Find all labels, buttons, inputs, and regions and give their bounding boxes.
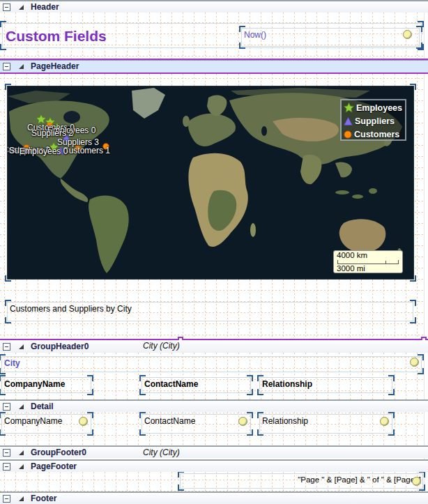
datetime-pageinfo-field[interactable]: Now() <box>241 28 420 47</box>
legend-item: Employees <box>344 101 405 114</box>
groupheader-band-content: City CompanyName ContactName Relationshi… <box>0 353 428 399</box>
detail-field-text: Relationship <box>260 415 392 426</box>
city-field-text: City <box>2 357 421 368</box>
collapse-icon[interactable] <box>3 403 10 411</box>
scale-bar-icon <box>337 260 399 264</box>
scale-km-label: 4000 km <box>337 251 399 260</box>
band-caption: GroupHeader0 <box>31 342 89 351</box>
detail-field-companyname[interactable]: CompanyName <box>1 414 91 434</box>
detail-field-text: CompanyName <box>2 415 91 426</box>
smart-tag-icon[interactable] <box>238 417 247 426</box>
legend-item: Suppliers <box>344 114 405 128</box>
band-group-field: City (City) <box>143 341 180 351</box>
column-header-text: ContactName <box>142 378 250 389</box>
band-arrow-icon <box>19 496 24 501</box>
city-field[interactable]: City <box>1 356 422 372</box>
band-arrow-icon <box>19 5 24 10</box>
smart-tag-icon[interactable] <box>79 417 88 426</box>
subtitle-text: Customers and Suppliers by City <box>8 303 413 314</box>
detail-band-content: CompanyName ContactName Relationship <box>0 412 428 445</box>
pageheader-band-content: Customers 0Employees 0Suppliers 2Supplie… <box>0 74 428 339</box>
column-header-contactname[interactable]: ContactName <box>142 377 251 393</box>
band-bar-header[interactable]: Header <box>0 0 428 13</box>
band-arrow-icon <box>19 450 24 455</box>
detail-field-text: ContactName <box>142 415 250 426</box>
band-caption: Footer <box>31 494 56 503</box>
column-header-relationship[interactable]: Relationship <box>259 377 392 393</box>
star-icon <box>344 102 354 113</box>
column-header-companyname[interactable]: CompanyName <box>1 377 91 393</box>
detail-field-relationship[interactable]: Relationship <box>259 414 392 434</box>
band-arrow-icon <box>19 464 24 469</box>
triangle-icon <box>344 117 353 125</box>
smart-tag-icon[interactable] <box>403 30 412 39</box>
band-bar-pageheader[interactable]: PageHeader <box>0 59 428 74</box>
collapse-icon[interactable] <box>3 449 10 457</box>
collapse-icon[interactable] <box>3 63 10 70</box>
map-control[interactable]: Customers 0Employees 0Suppliers 2Supplie… <box>7 86 414 280</box>
band-bar-detail[interactable]: Detail <box>0 399 428 412</box>
pageinfo-field[interactable]: "Page " & [Page] & " of " & [Pages] <box>180 473 423 489</box>
collapse-icon[interactable] <box>3 3 10 11</box>
band-arrow-icon <box>19 404 24 409</box>
header-band-content: Custom Fields Now() <box>0 13 428 59</box>
legend-label: Suppliers <box>355 116 395 126</box>
band-bar-groupheader0[interactable]: GroupHeader0 City (City) <box>0 340 428 353</box>
legend-label: Customers <box>354 130 399 139</box>
band-caption: Detail <box>31 402 54 411</box>
band-arrow-icon <box>19 344 24 349</box>
circle-icon <box>344 130 352 139</box>
scale-mi-label: 3000 mi <box>337 264 399 273</box>
band-bar-pagefooter[interactable]: PageFooter <box>0 459 428 472</box>
collapse-icon[interactable] <box>3 343 10 351</box>
band-group-field: City (City) <box>143 448 180 457</box>
pagefooter-band-content: "Page " & [Page] & " of " & [Pages] <box>0 472 428 491</box>
subtitle-label[interactable]: Customers and Suppliers by City <box>7 302 413 321</box>
band-caption: PageHeader <box>31 61 79 71</box>
pageinfo-expression-text: "Page " & [Page] & " of " & [Pages] <box>181 474 422 484</box>
band-caption: Header <box>31 2 59 12</box>
detail-field-contactname[interactable]: ContactName <box>142 414 251 434</box>
column-header-text: CompanyName <box>2 378 91 389</box>
map-legend: EmployeesSuppliersCustomers <box>340 99 406 141</box>
collapse-icon[interactable] <box>3 463 10 471</box>
band-arrow-icon <box>19 64 24 69</box>
band-caption: GroupFooter0 <box>31 448 86 457</box>
band-bar-footer[interactable]: Footer <box>0 491 428 504</box>
smart-tag-icon[interactable] <box>410 358 419 367</box>
report-designer-surface: Header Custom Fields Now() PageHeader <box>0 0 428 504</box>
column-header-text: Relationship <box>260 378 392 389</box>
band-bar-groupfooter0[interactable]: GroupFooter0 City (City) <box>0 445 428 458</box>
smart-tag-icon[interactable] <box>380 417 389 426</box>
smart-tag-icon[interactable] <box>412 477 421 486</box>
legend-label: Employees <box>356 103 402 113</box>
datetime-expression-text: Now() <box>242 29 419 40</box>
legend-item: Customers <box>344 128 405 141</box>
map-scale-panel: 4000 km 3000 mi <box>333 250 403 273</box>
collapse-icon[interactable] <box>3 495 10 503</box>
band-caption: PageFooter <box>31 461 77 471</box>
